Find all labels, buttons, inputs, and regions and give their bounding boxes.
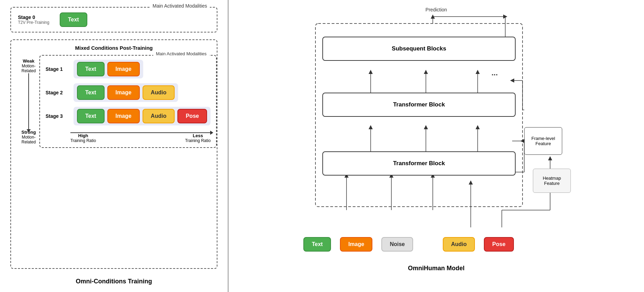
bottom-noise-badge: Noise bbox=[381, 237, 413, 252]
noise-badge-item: Noise bbox=[381, 237, 413, 252]
right-panel-title: OmniHuman Model bbox=[408, 265, 465, 272]
bottom-audio-badge: Audio bbox=[443, 237, 475, 252]
stage1-badges: Text Image bbox=[74, 60, 143, 78]
bottom-axis-container: High Training Ratio Less Training Ratio bbox=[46, 132, 211, 143]
stage0-label-bold: Stage 0 bbox=[18, 15, 49, 20]
mixed-box: Mixed Conditions Post-Training Weak Moti… bbox=[10, 39, 217, 269]
less-label: Less Training Ratio bbox=[185, 133, 211, 143]
image-badge-item: Image bbox=[340, 237, 372, 252]
right-panel: Prediction bbox=[228, 0, 644, 292]
left-panel-title: Omni-Conditions Training bbox=[10, 278, 217, 285]
stage3-pose-badge: Pose bbox=[177, 109, 207, 123]
stage2-image-badge: Image bbox=[107, 85, 140, 100]
prediction-label: Prediction bbox=[426, 7, 447, 12]
v-arrow bbox=[28, 73, 29, 130]
stage1-row: Stage 1 Text Image bbox=[46, 60, 211, 78]
weak-strong-axis: Weak Motion-Related Strong Motion-Relate… bbox=[18, 55, 39, 148]
stage2-label: Stage 2 bbox=[46, 90, 68, 95]
stage0-content: Stage 0 T2V Pre-Training Text bbox=[18, 12, 210, 27]
frame-level-feature-box: Frame-level Feature bbox=[524, 127, 562, 155]
bottom-text-badge: Text bbox=[303, 237, 331, 252]
dots-label: ... bbox=[491, 68, 498, 77]
stage0-label-sub: T2V Pre-Training bbox=[18, 20, 49, 25]
bottom-badges-row: Text Image Noise Audio Pose bbox=[295, 237, 523, 252]
stage0-box-title: Main Activated Modalities bbox=[150, 3, 210, 9]
stages-area: Main Activated Modalities Stage 1 Text I… bbox=[39, 55, 217, 148]
stage2-audio-badge: Audio bbox=[143, 85, 175, 100]
stage1-label: Stage 1 bbox=[46, 66, 68, 72]
transformer-block-2: Transformer Block bbox=[322, 151, 516, 176]
h-arrow-row bbox=[70, 132, 211, 133]
bottom-pose-badge: Pose bbox=[484, 237, 514, 252]
weak-label: Weak Motion-Related bbox=[21, 58, 36, 73]
stage0-text-badge: Text bbox=[60, 12, 87, 27]
bottom-labels: High Training Ratio Less Training Ratio bbox=[70, 133, 211, 143]
stage2-row: Stage 2 Text Image Audio bbox=[46, 83, 211, 102]
left-panel: Main Activated Modalities Stage 0 T2V Pr… bbox=[0, 0, 228, 292]
stage3-badges: Text Image Audio Pose bbox=[74, 107, 211, 125]
mixed-title: Mixed Conditions Post-Training bbox=[18, 45, 210, 51]
stage3-audio-badge: Audio bbox=[143, 109, 175, 123]
stage1-text-badge: Text bbox=[77, 62, 105, 76]
transformer-block-1: Transformer Block bbox=[322, 93, 516, 117]
stage3-image-badge: Image bbox=[107, 109, 140, 123]
text-badge-item: Text bbox=[303, 237, 331, 252]
stage0-box: Main Activated Modalities Stage 0 T2V Pr… bbox=[10, 7, 217, 32]
audio-badge-item: Audio bbox=[443, 237, 475, 252]
bottom-image-badge: Image bbox=[340, 237, 372, 252]
subsequent-blocks: Subsequent Blocks bbox=[322, 37, 516, 61]
stage0-label: Stage 0 T2V Pre-Training bbox=[18, 15, 49, 25]
stage3-row: Stage 3 Text Image Audio Pose bbox=[46, 107, 211, 125]
heatmap-feature-box: Heatmap Feature bbox=[533, 169, 571, 193]
model-diagram: Subsequent Blocks ... Transformer Block … bbox=[295, 13, 578, 262]
stage3-text-badge: Text bbox=[77, 109, 105, 123]
stage2-text-badge: Text bbox=[77, 85, 105, 100]
stages-box-title: Main Activated Modalities bbox=[153, 51, 209, 56]
mixed-inner: Weak Motion-Related Strong Motion-Relate… bbox=[18, 55, 210, 148]
high-label: High Training Ratio bbox=[70, 133, 96, 143]
stage1-image-badge: Image bbox=[107, 62, 140, 76]
stage3-label: Stage 3 bbox=[46, 113, 68, 119]
stage2-badges: Text Image Audio bbox=[74, 83, 178, 102]
pose-badge-item: Pose bbox=[484, 237, 514, 252]
